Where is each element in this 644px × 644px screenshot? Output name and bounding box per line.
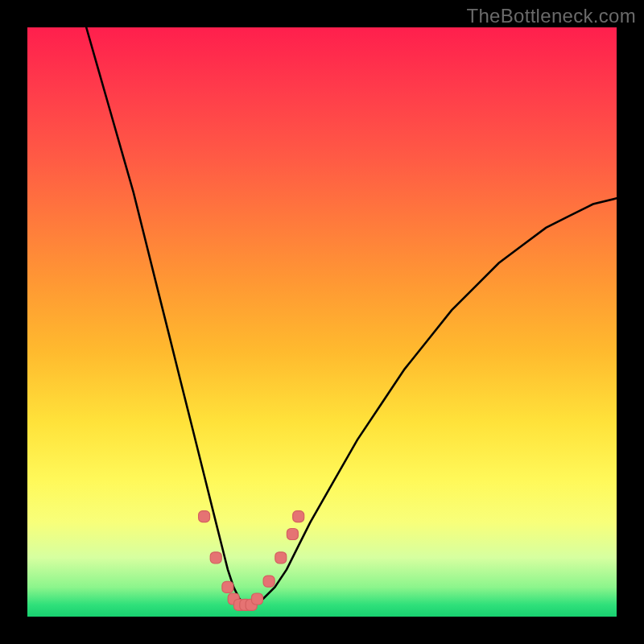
chart-frame: TheBottleneck.com	[0, 0, 644, 644]
curve-layer	[27, 27, 617, 617]
curve-marker	[252, 593, 263, 605]
bottleneck-curve	[86, 27, 617, 605]
curve-marker	[199, 511, 210, 522]
curve-marker	[293, 511, 304, 522]
curve-marker	[222, 581, 233, 592]
curve-marker	[275, 552, 287, 564]
curve-markers	[199, 511, 304, 611]
watermark-text: TheBottleneck.com	[466, 5, 636, 27]
curve-marker	[287, 529, 298, 540]
curve-marker	[263, 576, 275, 587]
curve-marker	[210, 552, 221, 564]
plot-area	[27, 27, 617, 617]
